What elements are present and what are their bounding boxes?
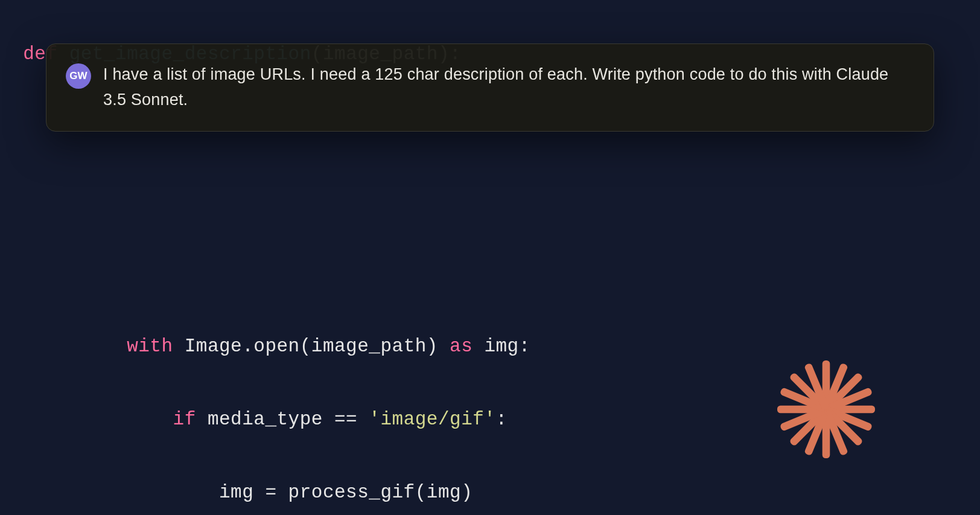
string-literal: 'image/gif': [369, 409, 495, 430]
code-line-4: img = process_gif(img): [0, 475, 980, 511]
keyword-as: as: [450, 336, 472, 357]
chat-prompt-overlay: GW I have a list of image URLs. I need a…: [46, 43, 934, 132]
code-line-blank: [0, 255, 980, 292]
claude-logo-icon: [772, 355, 880, 464]
keyword-if: if: [173, 409, 196, 430]
code-line-blank: [0, 182, 980, 219]
user-avatar: GW: [66, 63, 91, 89]
avatar-initials: GW: [69, 70, 87, 82]
keyword-with: with: [127, 336, 173, 357]
chat-message-text: I have a list of image URLs. I need a 12…: [103, 62, 914, 113]
